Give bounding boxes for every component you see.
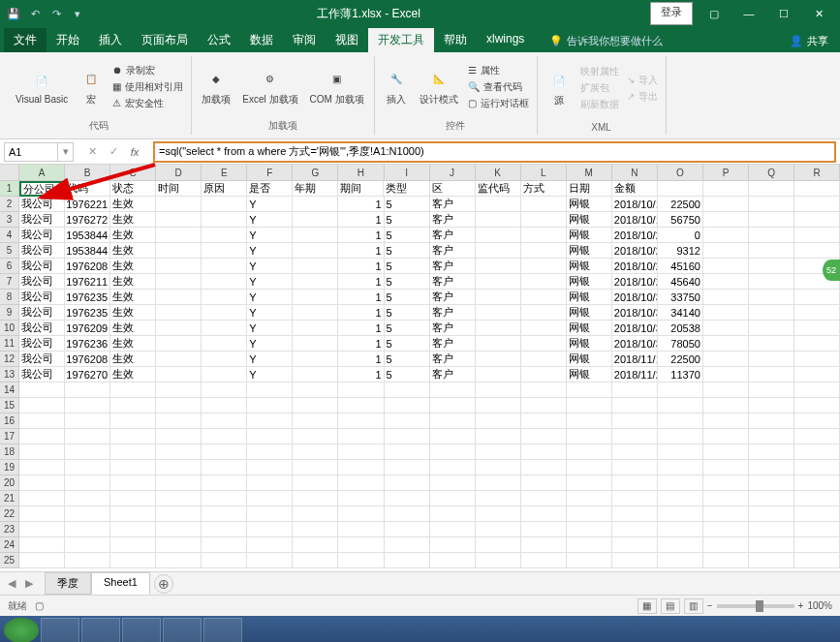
cancel-formula-icon[interactable]: ✕	[81, 142, 103, 162]
cell[interactable]: 45160	[658, 259, 703, 274]
cell[interactable]	[247, 537, 293, 553]
cell[interactable]: 我公司	[19, 274, 65, 290]
cell[interactable]	[19, 444, 65, 460]
cell[interactable]: 年期	[293, 181, 338, 197]
cell[interactable]: Y	[247, 212, 293, 228]
zoom-in-button[interactable]: +	[798, 600, 804, 611]
cell[interactable]: 我公司	[19, 228, 65, 243]
cell[interactable]: Y	[247, 259, 293, 274]
cell[interactable]	[703, 429, 749, 444]
cell[interactable]: 我公司	[19, 367, 65, 382]
cell[interactable]: 22500	[658, 352, 703, 367]
cell[interactable]	[19, 537, 65, 553]
addins-button[interactable]: ◆加载项	[198, 66, 234, 108]
cell[interactable]	[293, 491, 338, 506]
cell[interactable]	[430, 413, 476, 429]
cell[interactable]	[521, 382, 567, 398]
row-header[interactable]: 24	[0, 537, 19, 553]
cell[interactable]	[202, 274, 247, 290]
cell[interactable]	[19, 398, 65, 413]
row-header[interactable]: 11	[0, 336, 19, 352]
cell[interactable]	[156, 212, 202, 228]
cell[interactable]: 5	[385, 212, 430, 228]
cell[interactable]	[338, 553, 384, 568]
col-header[interactable]: F	[247, 165, 293, 181]
cell[interactable]: 客户	[430, 274, 476, 290]
cell[interactable]	[247, 475, 293, 491]
cell[interactable]: 我公司	[19, 212, 65, 228]
cell[interactable]	[612, 537, 658, 553]
row-header[interactable]: 7	[0, 274, 19, 290]
cell[interactable]	[338, 382, 384, 398]
insert-control-button[interactable]: 🔧插入	[381, 66, 412, 108]
cell[interactable]	[567, 475, 612, 491]
cell[interactable]	[338, 413, 384, 429]
cell[interactable]: 客户	[430, 367, 476, 382]
cell[interactable]	[110, 475, 156, 491]
cell[interactable]: 客户	[430, 197, 476, 212]
zoom-level[interactable]: 100%	[807, 600, 832, 611]
cell[interactable]: 5	[385, 352, 430, 367]
cell[interactable]: Y	[247, 305, 293, 321]
row-header[interactable]: 5	[0, 243, 19, 259]
tell-me-search[interactable]: 💡 告诉我你想要做什么	[542, 30, 670, 52]
cell[interactable]	[19, 429, 65, 444]
cell[interactable]: 1976270	[65, 367, 110, 382]
cell[interactable]	[156, 259, 202, 274]
cell[interactable]	[476, 460, 521, 475]
cell[interactable]	[293, 382, 338, 398]
cell[interactable]	[521, 413, 567, 429]
cell[interactable]	[293, 398, 338, 413]
cell[interactable]	[476, 212, 521, 228]
cell[interactable]	[202, 413, 247, 429]
view-code-button[interactable]: 🔍查看代码	[466, 79, 531, 95]
cell[interactable]	[749, 305, 794, 321]
row-header[interactable]: 22	[0, 506, 19, 522]
cell[interactable]	[794, 290, 840, 305]
cell[interactable]	[794, 181, 840, 197]
cell[interactable]	[385, 491, 430, 506]
cell[interactable]	[521, 305, 567, 321]
cell[interactable]	[385, 537, 430, 553]
cell[interactable]	[794, 413, 840, 429]
cell[interactable]: 2018/10/13	[612, 212, 658, 228]
cell[interactable]	[19, 522, 65, 537]
cell[interactable]	[521, 212, 567, 228]
cell[interactable]	[202, 553, 247, 568]
cell[interactable]	[703, 274, 749, 290]
cell[interactable]: 网银	[567, 367, 612, 382]
ribbon-options-icon[interactable]: ▢	[697, 2, 731, 25]
cell[interactable]	[202, 352, 247, 367]
cell[interactable]	[19, 413, 65, 429]
col-header[interactable]: N	[612, 165, 658, 181]
cell[interactable]: 1	[338, 197, 384, 212]
cell[interactable]: 区	[430, 181, 476, 197]
cell[interactable]: 78050	[658, 336, 703, 352]
qat-dropdown-icon[interactable]: ▾	[68, 4, 87, 23]
cell[interactable]	[703, 537, 749, 553]
col-header[interactable]: A	[19, 165, 65, 181]
cell[interactable]	[703, 305, 749, 321]
cell[interactable]	[749, 243, 794, 259]
cell[interactable]	[794, 367, 840, 382]
cell[interactable]: 状态	[110, 181, 156, 197]
cell[interactable]	[794, 506, 840, 522]
cell[interactable]	[703, 522, 749, 537]
cell[interactable]: 2018/10/24	[612, 228, 658, 243]
start-button[interactable]	[4, 618, 39, 642]
cell[interactable]: Y	[247, 352, 293, 367]
cell[interactable]	[65, 491, 110, 506]
cell[interactable]	[658, 491, 703, 506]
cell[interactable]: 生效	[110, 352, 156, 367]
cell[interactable]	[703, 398, 749, 413]
taskbar-item[interactable]	[41, 618, 79, 642]
row-header[interactable]: 4	[0, 228, 19, 243]
cell[interactable]: 网银	[567, 290, 612, 305]
cell[interactable]	[293, 228, 338, 243]
cell[interactable]	[794, 228, 840, 243]
cell[interactable]	[110, 491, 156, 506]
cell[interactable]: 1	[338, 290, 384, 305]
cell[interactable]	[658, 398, 703, 413]
cell[interactable]	[430, 444, 476, 460]
macro-security-button[interactable]: ⚠宏安全性	[110, 96, 185, 111]
